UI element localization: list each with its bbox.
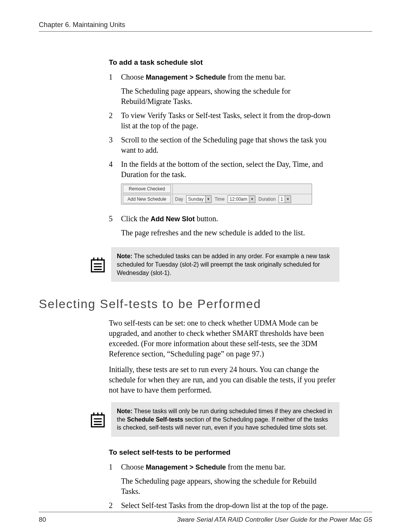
step-item: 3 Scroll to the section of the Schedulin…	[109, 135, 337, 155]
step-number: 5	[109, 214, 121, 238]
note-icon	[88, 410, 107, 429]
step-text: from the menu bar.	[226, 463, 286, 471]
step-number: 3	[109, 135, 121, 155]
paragraph: Two self-tests can be set: one to check …	[109, 318, 338, 359]
chevron-down-icon: ▼	[249, 196, 255, 203]
step-item: 1 Choose Management > Schedule from the …	[109, 72, 337, 107]
add-new-schedule-button[interactable]: Add New Schedule	[123, 195, 171, 203]
footer-title: 3ware Serial ATA RAID Controller User Gu…	[177, 516, 372, 524]
step-text: Scroll to the section of the Scheduling …	[121, 135, 337, 155]
time-select[interactable]: 12:00am▼	[228, 195, 255, 203]
heading-selecting-self-tests: Selecting Self-tests to be Performed	[39, 297, 372, 311]
note-box: Note: The scheduled tasks can be added i…	[111, 247, 339, 282]
step-number: 1	[109, 462, 121, 497]
note-icon	[88, 255, 107, 274]
steps-add-task: 1 Choose Management > Schedule from the …	[109, 72, 337, 238]
step-number: 2	[109, 500, 121, 511]
step-number: 2	[109, 110, 121, 131]
button-name: Add New Slot	[151, 215, 195, 223]
step-number: 1	[109, 72, 121, 107]
note-box: Note: These tasks will only be run durin…	[111, 402, 339, 437]
step-item: 2 Select Self-test Tasks from the drop-d…	[109, 500, 337, 511]
page-header: Chapter 6. Maintaining Units	[39, 21, 372, 32]
step-text: The Scheduling page appears, showing the…	[121, 476, 337, 497]
schedule-controls-mock: Remove Checked Add New Schedule Day Sund…	[121, 184, 312, 204]
section-heading-add-task: To add a task schedule slot	[109, 58, 372, 67]
note-bold: Schedule Self-tests	[127, 416, 183, 423]
day-value: Sunday	[188, 196, 205, 202]
step-text: The Scheduling page appears, showing the…	[121, 86, 337, 107]
section-heading-select-selftests: To select self-tests to be performed	[109, 448, 372, 457]
page-number: 80	[39, 516, 46, 524]
chevron-down-icon: ▼	[205, 196, 211, 203]
step-item: 5 Click the Add New Slot button. The pag…	[109, 214, 337, 238]
day-select[interactable]: Sunday▼	[186, 195, 212, 203]
time-label: Time	[215, 196, 225, 202]
time-value: 12:00am	[229, 196, 249, 202]
step-text: button.	[195, 214, 218, 223]
step-text: Choose	[121, 73, 146, 81]
note-label: Note:	[117, 408, 132, 414]
step-text: from the menu bar.	[226, 73, 286, 81]
step-text: In the fields at the bottom of the secti…	[121, 159, 337, 180]
step-text: Select Self-test Tasks from the drop-dow…	[121, 500, 337, 511]
duration-value: 1	[280, 196, 285, 202]
menu-path: Management > Schedule	[146, 463, 226, 471]
steps-select-selftests: 1 Choose Management > Schedule from the …	[109, 462, 337, 511]
step-item: 2 To view Verify Tasks or Self-test Task…	[109, 110, 337, 131]
remove-checked-button[interactable]: Remove Checked	[123, 185, 171, 193]
step-item: 4 In the fields at the bottom of the sec…	[109, 159, 337, 210]
step-number: 4	[109, 159, 121, 210]
step-text: The page refreshes and the new schedule …	[121, 228, 337, 238]
step-text: Choose	[121, 463, 146, 471]
note-text: The scheduled tasks can be added in any …	[117, 253, 330, 276]
step-item: 1 Choose Management > Schedule from the …	[109, 462, 337, 497]
duration-select[interactable]: 1▼	[279, 195, 291, 203]
duration-label: Duration	[258, 196, 276, 202]
chevron-down-icon: ▼	[285, 196, 291, 203]
note-label: Note:	[117, 253, 132, 259]
day-label: Day	[175, 196, 183, 202]
page-footer: 80 3ware Serial ATA RAID Controller User…	[39, 512, 372, 524]
paragraph: Initially, these tests are set to run ev…	[109, 364, 338, 395]
step-text: Click the	[121, 214, 151, 223]
menu-path: Management > Schedule	[146, 73, 226, 81]
step-text: To view Verify Tasks or Self-test Tasks,…	[121, 110, 337, 131]
